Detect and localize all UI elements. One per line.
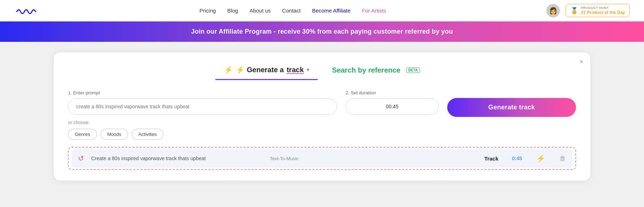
moods-button[interactable]: Moods bbox=[101, 129, 128, 140]
history-section: ↺ Create a 80s inspired vaporwave track … bbox=[68, 147, 576, 170]
ph-text: PRODUCT HUNT #1 Product of the Day bbox=[581, 6, 625, 15]
nav-right: 👩 🏅 PRODUCT HUNT #1 Product of the Day bbox=[546, 4, 630, 18]
logo[interactable] bbox=[14, 5, 39, 16]
history-prompt-text: Create a 80s inspired vaporwave track th… bbox=[91, 156, 252, 161]
product-hunt-badge[interactable]: 🏅 PRODUCT HUNT #1 Product of the Day bbox=[566, 4, 630, 17]
banner-text: Join our Affiliate Program - receive 30%… bbox=[191, 28, 453, 35]
history-type-label: Text-To-Music bbox=[259, 156, 309, 161]
nav-artists[interactable]: For Artists bbox=[362, 8, 386, 14]
affiliate-banner[interactable]: Join our Affiliate Program - receive 30%… bbox=[0, 21, 644, 42]
nav-blog[interactable]: Blog bbox=[227, 8, 238, 14]
duration-input[interactable] bbox=[346, 98, 439, 115]
prompt-label: 1. Enter prompt bbox=[68, 90, 337, 95]
beta-badge: BETA bbox=[406, 68, 420, 73]
ph-title: #1 Product of the Day bbox=[581, 10, 625, 15]
form-center: 2. Set duration bbox=[346, 90, 439, 115]
history-row: ↺ Create a 80s inspired vaporwave track … bbox=[72, 149, 572, 168]
nav-pricing[interactable]: Pricing bbox=[200, 8, 216, 14]
tab-search-label: Search by reference bbox=[332, 66, 400, 74]
or-choose-label: or choose: bbox=[68, 120, 337, 125]
duration-label: 2. Set duration bbox=[346, 90, 439, 95]
activities-button[interactable]: Activities bbox=[132, 129, 164, 140]
tab-generate-prefix: ⚡ Generate a bbox=[236, 65, 284, 74]
genres-button[interactable]: Genres bbox=[68, 129, 97, 140]
history-delete-button[interactable]: 🗑 bbox=[560, 155, 566, 162]
tab-generate-track: track bbox=[287, 66, 304, 74]
tabs: ⚡ ⚡ Generate a track ▾ Search by referen… bbox=[68, 63, 576, 80]
avatar[interactable]: 👩 bbox=[546, 4, 560, 18]
navigation: Pricing Blog About us Contact Become Aff… bbox=[0, 0, 644, 21]
loading-spinner-icon: ↺ bbox=[78, 154, 84, 163]
history-track-label: Track bbox=[484, 156, 498, 162]
nav-contact[interactable]: Contact bbox=[282, 8, 301, 14]
main-content: × ⚡ ⚡ Generate a track ▾ Search by refer… bbox=[0, 42, 644, 191]
ph-label: PRODUCT HUNT bbox=[581, 6, 625, 10]
form-left: 1. Enter prompt or choose: Genres Moods … bbox=[68, 90, 337, 140]
pill-buttons: Genres Moods Activities bbox=[68, 129, 337, 140]
medal-icon: 🏅 bbox=[570, 7, 578, 15]
prompt-input[interactable] bbox=[68, 98, 337, 115]
nav-links: Pricing Blog About us Contact Become Aff… bbox=[200, 8, 386, 14]
history-bolt-icon[interactable]: ⚡ bbox=[536, 154, 545, 163]
generator-card: × ⚡ ⚡ Generate a track ▾ Search by refer… bbox=[54, 53, 590, 181]
bolt-icon: ⚡ bbox=[224, 65, 233, 74]
nav-about[interactable]: About us bbox=[249, 8, 270, 14]
form-right: Generate track bbox=[447, 90, 576, 117]
history-duration: 0:45 bbox=[512, 156, 522, 161]
generate-track-button[interactable]: Generate track bbox=[447, 98, 576, 117]
tab-generate[interactable]: ⚡ ⚡ Generate a track ▾ bbox=[215, 63, 318, 80]
chevron-down-icon: ▾ bbox=[307, 67, 309, 73]
form-area: 1. Enter prompt or choose: Genres Moods … bbox=[68, 90, 576, 140]
nav-affiliate[interactable]: Become Affiliate bbox=[312, 8, 350, 14]
close-button[interactable]: × bbox=[579, 58, 583, 66]
tab-search[interactable]: Search by reference BETA bbox=[318, 63, 429, 80]
